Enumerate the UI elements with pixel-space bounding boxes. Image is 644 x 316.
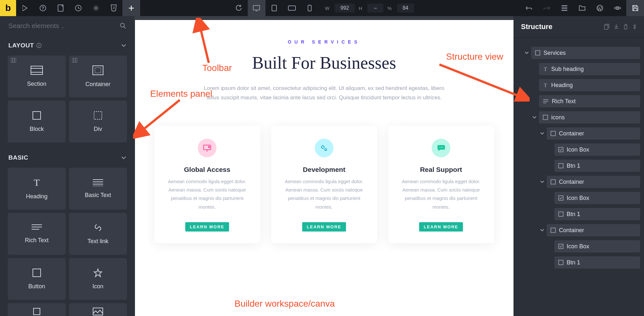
tree-node[interactable]: Icon Box <box>516 190 644 206</box>
tree-node[interactable]: Btn 1 <box>516 206 644 222</box>
element-text-link[interactable]: Text link <box>69 213 127 255</box>
tree-node[interactable]: Icon Box <box>516 142 644 158</box>
chat-icon <box>432 139 450 157</box>
tree-label: Sub heading <box>551 66 584 73</box>
preview-icon[interactable] <box>609 0 626 16</box>
wordpress-icon[interactable] <box>591 0 609 16</box>
basic-accordion[interactable]: BASIC <box>0 148 135 168</box>
copy-icon[interactable] <box>604 24 609 30</box>
container-icon <box>92 65 103 75</box>
element-heading[interactable]: T Heading <box>8 168 66 210</box>
element-label: Container <box>85 81 111 88</box>
css-icon[interactable]: 3 <box>105 0 122 16</box>
element-label: Rich Text <box>25 237 49 244</box>
element-rich-text[interactable]: Rich Text <box>8 213 66 255</box>
svg-point-30 <box>439 147 440 148</box>
svg-point-29 <box>325 149 327 151</box>
svg-rect-40 <box>559 163 563 168</box>
tablet-landscape-button[interactable] <box>283 0 301 16</box>
tree-node[interactable]: THeading <box>516 77 644 93</box>
element-container[interactable]: Container <box>69 55 127 97</box>
history-icon[interactable] <box>69 0 87 16</box>
height-value[interactable]: – <box>367 4 383 13</box>
element-label: Section <box>27 81 46 87</box>
element-div[interactable]: Div <box>69 101 127 143</box>
svg-rect-37 <box>543 115 548 120</box>
tree-label: Btn 1 <box>567 163 580 169</box>
collapse-icon[interactable] <box>632 24 637 30</box>
card-row: Global Access Aenean commodo ligula egge… <box>154 126 494 243</box>
block-icon <box>32 111 41 120</box>
tree-node[interactable]: Icon Box <box>516 238 644 254</box>
svg-rect-16 <box>31 66 43 74</box>
element-button[interactable]: Button <box>8 258 66 300</box>
element-partial[interactable] <box>8 303 66 316</box>
structure-title: Structure <box>521 23 553 31</box>
service-card[interactable]: Global Access Aenean commodo ligula egge… <box>154 126 260 243</box>
page-icon[interactable] <box>52 0 69 16</box>
svg-rect-15 <box>11 58 16 63</box>
add-element-button[interactable]: + <box>122 0 140 16</box>
download-icon[interactable] <box>614 24 619 30</box>
service-card[interactable]: Development Aenean commodo ligula egget … <box>271 126 377 243</box>
tree-node[interactable]: Btn 1 <box>516 254 644 271</box>
layout-title: LAYOUT <box>8 42 34 49</box>
card-text: Aenean commodo ligula egget dolor. Aenea… <box>163 177 251 211</box>
element-partial[interactable] <box>69 303 127 316</box>
undo-button[interactable] <box>520 0 538 16</box>
element-section[interactable]: Section <box>8 55 66 97</box>
zoom-value[interactable]: 84 <box>397 4 414 13</box>
card-text: Aenean commodo ligula egget dolor. Aenea… <box>280 177 368 211</box>
save-button[interactable] <box>626 0 644 16</box>
tree-node[interactable]: Rich Text <box>516 93 644 109</box>
structure-panel: Structure ServicesTSub headingTHeadingRi… <box>514 16 644 316</box>
tree-node[interactable]: Container <box>516 222 644 238</box>
help-icon[interactable]: ? <box>34 0 52 16</box>
element-icon[interactable]: Icon <box>69 258 127 300</box>
element-basic-text[interactable]: Basic Text <box>69 168 127 210</box>
folder-icon[interactable] <box>573 0 591 16</box>
svg-rect-34 <box>535 51 540 55</box>
trash-icon[interactable] <box>623 24 628 30</box>
heading-icon: T <box>32 178 41 187</box>
chevron-down-icon <box>540 132 547 135</box>
width-value[interactable]: 992 <box>335 4 355 13</box>
search-input[interactable] <box>8 22 120 30</box>
app-logo[interactable]: b <box>0 0 16 16</box>
svg-rect-8 <box>288 6 295 10</box>
settings-icon[interactable] <box>87 0 105 16</box>
gears-icon <box>315 139 333 157</box>
tree-label: Container <box>559 179 584 185</box>
tree-node[interactable]: Btn 1 <box>516 158 644 174</box>
chevron-down-icon <box>540 181 547 183</box>
tree-node[interactable]: Container <box>516 125 644 142</box>
reload-icon[interactable] <box>230 0 248 16</box>
element-label: Block <box>30 126 44 133</box>
star-icon <box>93 268 102 277</box>
toolbar-left: b ? 3 + <box>0 0 140 16</box>
learn-more-button[interactable]: LEARN MORE <box>419 222 463 232</box>
svg-rect-44 <box>551 228 555 232</box>
tablet-portrait-button[interactable] <box>265 0 283 16</box>
tree-node[interactable]: Container <box>516 174 644 190</box>
element-label: Div <box>94 126 102 133</box>
mobile-view-button[interactable] <box>301 0 319 16</box>
redo-button[interactable] <box>538 0 555 16</box>
svg-text:T: T <box>544 83 547 88</box>
structure-header: Structure <box>514 16 644 38</box>
desktop-view-button[interactable] <box>248 0 265 16</box>
list-view-icon[interactable] <box>555 0 573 16</box>
tree-label: Icon Box <box>567 195 589 202</box>
tree-node[interactable]: Services <box>516 45 644 61</box>
play-button[interactable] <box>16 0 34 16</box>
layout-accordion[interactable]: LAYOUT i <box>0 35 135 55</box>
element-block[interactable]: Block <box>8 101 66 143</box>
service-card[interactable]: Real Support Aenean commodo ligula egget… <box>388 126 494 243</box>
learn-more-button[interactable]: LEARN MORE <box>302 222 346 232</box>
tree-node[interactable]: icons <box>516 109 644 125</box>
learn-more-button[interactable]: LEARN MORE <box>185 222 229 232</box>
search-icon[interactable] <box>120 23 126 29</box>
tree-node[interactable]: TSub heading <box>516 61 644 77</box>
zoom-label: % <box>387 5 391 11</box>
intro-paragraph[interactable]: Lorem ipsum dolor sit amet, consectetur … <box>198 84 450 103</box>
